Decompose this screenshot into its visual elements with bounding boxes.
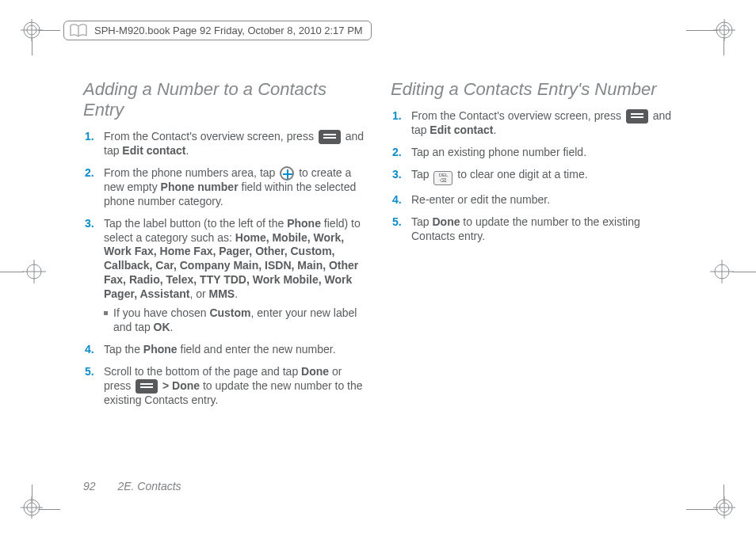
left-step-3-sub: If you have chosen Custom, enter your ne… bbox=[104, 306, 368, 335]
crop-line-v-bl bbox=[32, 485, 32, 502]
crop-line-bottom-l bbox=[38, 509, 60, 510]
section-title-editing: Editing a Contacts Entry's Number bbox=[391, 79, 676, 100]
crop-line-v-tr bbox=[724, 38, 724, 55]
header-text: SPH-M920.book Page 92 Friday, October 8,… bbox=[94, 25, 363, 36]
page-number: 92 bbox=[83, 480, 96, 492]
book-icon bbox=[69, 23, 88, 39]
header-metadata-box: SPH-M920.book Page 92 Friday, October 8,… bbox=[63, 21, 372, 40]
section-title-adding: Adding a Number to a Contacts Entry bbox=[83, 79, 368, 120]
left-step-1: 1. From the Contact's overview screen, p… bbox=[104, 130, 368, 158]
text: If you have chosen bbox=[113, 306, 209, 319]
registration-mark-tr bbox=[713, 19, 735, 44]
text: . bbox=[493, 124, 496, 136]
crop-line-mid-r bbox=[732, 272, 756, 272]
gt: > bbox=[162, 379, 172, 392]
bold-text: MMS bbox=[209, 287, 235, 300]
text: . bbox=[185, 144, 189, 157]
section-name: 2E. Contacts bbox=[117, 480, 181, 492]
bold-text: Done bbox=[172, 379, 200, 392]
right-step-1: 1. From the Contact's overview screen, p… bbox=[411, 109, 676, 138]
text: Tap bbox=[411, 168, 432, 181]
text: . bbox=[235, 287, 238, 300]
text: Scroll to the bottom of the page and tap bbox=[104, 365, 301, 378]
bold-text: OK bbox=[154, 321, 170, 333]
menu-icon bbox=[136, 379, 158, 394]
left-column: Adding a Number to a Contacts Entry 1. F… bbox=[83, 79, 368, 483]
right-step-4: 4. Re-enter or edit the number. bbox=[411, 193, 676, 207]
left-step-5: 5. Scroll to the bottom of the page and … bbox=[104, 365, 368, 408]
crop-mark-left bbox=[22, 260, 46, 286]
left-step-4: 4. Tap the Phone field and enter the new… bbox=[104, 343, 368, 357]
left-steps: 1. From the Contact's overview screen, p… bbox=[83, 130, 368, 408]
crop-line-v-tl bbox=[32, 38, 32, 55]
bold-text: Custom bbox=[209, 306, 250, 319]
right-step-2: 2. Tap an existing phone number field. bbox=[411, 146, 676, 160]
text: Tap the label button (to the left of the bbox=[104, 217, 287, 230]
del-label: DEL bbox=[439, 173, 449, 177]
left-step-3: 3. Tap the label button (to the left of … bbox=[104, 217, 368, 335]
crop-line-bottom bbox=[686, 509, 718, 510]
bold-text: Phone bbox=[287, 217, 321, 230]
crop-line-v-br bbox=[724, 485, 724, 502]
page-footer: 92 2E. Contacts bbox=[83, 480, 181, 492]
crop-line-mid-l bbox=[0, 272, 24, 272]
text: field and enter the new number. bbox=[178, 343, 336, 356]
text: From the Contact's overview screen, pres… bbox=[104, 130, 317, 143]
right-step-3: 3. Tap DEL⌫ to clear one digit at a time… bbox=[411, 168, 676, 185]
bold-text: Phone bbox=[143, 343, 178, 356]
menu-icon bbox=[626, 109, 648, 124]
text: to clear one digit at a time. bbox=[457, 168, 587, 181]
text: Re-enter or edit the number. bbox=[411, 193, 550, 206]
left-step-2: 2. From the phone numbers area, tap to c… bbox=[104, 166, 368, 209]
right-column: Editing a Contacts Entry's Number 1. Fro… bbox=[391, 79, 676, 483]
bold-text: Edit contact bbox=[122, 144, 185, 157]
crop-line-top bbox=[686, 30, 718, 31]
right-steps: 1. From the Contact's overview screen, p… bbox=[391, 109, 676, 244]
text: , or bbox=[189, 287, 208, 300]
text: . bbox=[170, 321, 174, 333]
right-step-5: 5. Tap Done to update the number to the … bbox=[411, 215, 676, 244]
menu-icon bbox=[319, 130, 341, 144]
bold-text: Done bbox=[432, 215, 460, 228]
page-content: Adding a Number to a Contacts Entry 1. F… bbox=[83, 79, 676, 483]
del-icon: DEL⌫ bbox=[433, 171, 452, 185]
text: From the phone numbers area, tap bbox=[104, 166, 278, 179]
bold-text: Done bbox=[301, 365, 329, 378]
bold-text: Edit contact bbox=[430, 124, 493, 136]
text: Tap the bbox=[104, 343, 143, 356]
crop-line-top-l bbox=[38, 30, 60, 31]
text: Tap an existing phone number field. bbox=[411, 146, 586, 158]
text: Tap bbox=[411, 215, 432, 228]
text: From the Contact's overview screen, pres… bbox=[411, 109, 624, 122]
plus-icon bbox=[280, 166, 294, 181]
crop-mark-right bbox=[710, 260, 734, 286]
bold-text: Phone number bbox=[161, 181, 239, 193]
